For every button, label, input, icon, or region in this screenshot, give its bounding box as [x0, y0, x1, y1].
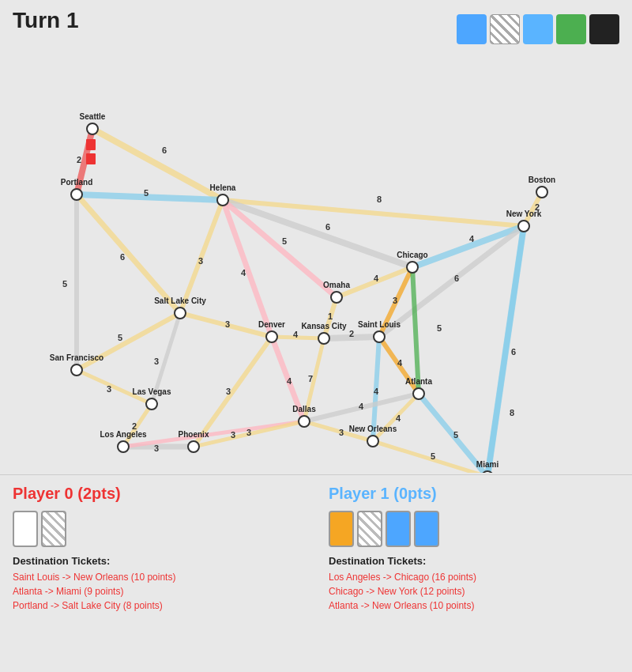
svg-text:6: 6 — [511, 347, 516, 357]
svg-rect-117 — [86, 153, 96, 164]
map-svg: 265658654324664333514243443233334455758S… — [0, 54, 632, 473]
svg-point-99 — [374, 331, 385, 342]
map-area: 265658654324664333514243443233334455758S… — [0, 54, 632, 473]
bottom-area: Player 0 (2pts) Destination Tickets: Sai… — [0, 474, 632, 672]
legend-hatched — [490, 14, 520, 44]
legend-solid-blue — [457, 14, 487, 44]
svg-text:Kansas City: Kansas City — [301, 322, 347, 330]
svg-point-109 — [299, 416, 310, 427]
svg-text:4: 4 — [374, 387, 379, 396]
player1-cards — [329, 511, 619, 547]
svg-text:4: 4 — [396, 413, 401, 423]
player1-section: Player 1 (0pts) Destination Tickets: Los… — [316, 475, 632, 622]
svg-text:Los Angeles: Los Angeles — [100, 430, 147, 439]
svg-text:6: 6 — [325, 222, 330, 232]
svg-point-101 — [71, 364, 82, 376]
svg-text:3: 3 — [154, 444, 159, 453]
svg-text:3: 3 — [246, 428, 251, 437]
svg-point-111 — [413, 388, 424, 399]
svg-text:4: 4 — [469, 234, 475, 244]
svg-text:8: 8 — [377, 194, 382, 204]
svg-text:5: 5 — [144, 188, 149, 198]
svg-text:8: 8 — [510, 408, 514, 417]
player0-card-white — [13, 511, 38, 547]
svg-point-103 — [146, 398, 157, 410]
player0-dest-title: Destination Tickets: — [13, 555, 303, 567]
svg-text:Denver: Denver — [258, 320, 285, 329]
svg-text:5: 5 — [453, 430, 458, 440]
player1-ticket-3: Atlanta -> New Orleans (10 points) — [329, 598, 619, 613]
legend-black — [589, 14, 619, 44]
player0-title: Player 0 (2pts) — [13, 485, 303, 503]
svg-text:4: 4 — [241, 268, 246, 277]
svg-text:6: 6 — [120, 252, 125, 262]
player1-card-blue1 — [386, 511, 411, 547]
svg-text:Atlanta: Atlanta — [405, 377, 432, 386]
svg-text:6: 6 — [454, 274, 459, 283]
player0-ticket-3: Portland -> Salt Lake City (8 points) — [13, 598, 303, 613]
svg-line-12 — [379, 226, 524, 337]
page-title: Turn 1 — [13, 8, 78, 33]
svg-point-87 — [518, 221, 529, 232]
svg-text:Las Vegas: Las Vegas — [133, 387, 171, 396]
svg-text:Phoenix: Phoenix — [179, 430, 209, 439]
svg-text:Omaha: Omaha — [323, 281, 350, 289]
svg-point-95 — [266, 331, 277, 342]
svg-text:Helena: Helena — [210, 183, 236, 192]
player0-ticket-2: Atlanta -> Miami (9 points) — [13, 584, 303, 598]
player1-ticket-2: Chicago -> New York (12 points) — [329, 584, 619, 598]
svg-text:3: 3 — [107, 384, 111, 394]
player0-ticket-1: Saint Louis -> New Orleans (10 points) — [13, 570, 303, 584]
svg-point-91 — [175, 308, 186, 319]
svg-text:5: 5 — [437, 323, 442, 333]
svg-point-93 — [331, 292, 342, 303]
svg-point-97 — [318, 333, 329, 344]
svg-text:San Francisco: San Francisco — [50, 353, 103, 362]
player1-dest-title: Destination Tickets: — [329, 555, 619, 567]
svg-text:3: 3 — [154, 357, 159, 366]
player1-title: Player 1 (0pts) — [329, 485, 619, 503]
svg-point-85 — [536, 187, 547, 198]
svg-text:5: 5 — [62, 279, 67, 289]
svg-text:Boston: Boston — [529, 176, 555, 184]
svg-text:3: 3 — [393, 296, 397, 305]
player1-card-orange — [329, 511, 354, 547]
svg-line-11 — [412, 226, 524, 267]
player1-ticket-1: Los Angeles -> Chicago (16 points) — [329, 570, 619, 584]
svg-point-81 — [71, 189, 82, 200]
svg-line-38 — [487, 226, 524, 473]
svg-point-79 — [87, 123, 98, 134]
svg-text:4: 4 — [397, 358, 403, 368]
svg-rect-116 — [86, 139, 96, 150]
svg-text:Seattle: Seattle — [80, 112, 106, 121]
svg-text:6: 6 — [162, 145, 167, 155]
svg-text:Chicago: Chicago — [397, 251, 427, 259]
svg-line-3 — [77, 194, 180, 313]
svg-text:3: 3 — [226, 387, 231, 396]
svg-line-27 — [123, 404, 152, 447]
svg-line-2 — [77, 194, 223, 200]
svg-text:4: 4 — [359, 402, 364, 411]
svg-line-37 — [412, 267, 419, 394]
svg-text:4: 4 — [287, 376, 292, 386]
svg-text:Saint Louis: Saint Louis — [358, 320, 401, 329]
svg-text:3: 3 — [198, 256, 203, 266]
svg-point-107 — [188, 441, 199, 452]
svg-text:New York: New York — [506, 210, 542, 218]
svg-text:5: 5 — [431, 451, 435, 461]
svg-text:5: 5 — [118, 333, 122, 342]
svg-text:New Orleans: New Orleans — [349, 425, 397, 433]
svg-text:Dallas: Dallas — [292, 405, 316, 413]
player1-card-blue2 — [414, 511, 439, 547]
svg-text:4: 4 — [293, 330, 299, 339]
svg-text:Miami: Miami — [476, 460, 499, 469]
svg-text:4: 4 — [374, 274, 379, 283]
player0-card-hatched — [41, 511, 66, 547]
svg-text:3: 3 — [225, 319, 230, 329]
svg-text:Portland: Portland — [61, 178, 93, 187]
svg-point-105 — [118, 441, 129, 452]
svg-text:5: 5 — [282, 236, 287, 246]
svg-text:2: 2 — [77, 155, 81, 164]
legend-blue2 — [523, 14, 553, 44]
svg-text:2: 2 — [349, 329, 354, 338]
